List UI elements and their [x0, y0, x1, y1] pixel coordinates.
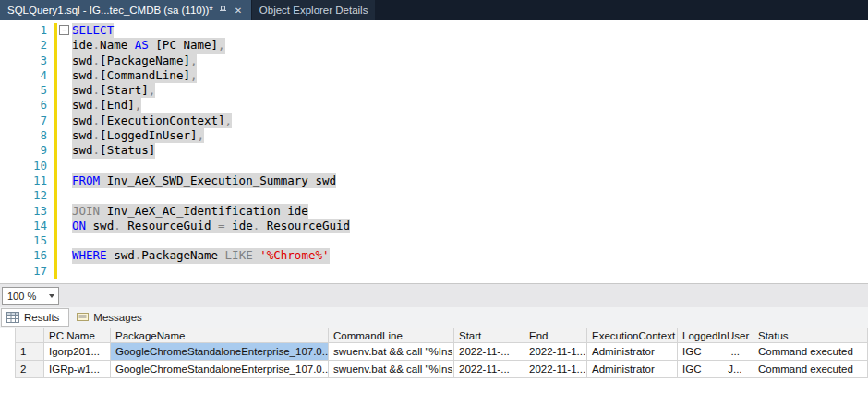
code-token: Inv_AeX_SWD_Execution_Summary swd [100, 173, 336, 187]
column-header[interactable]: PackageName [111, 328, 329, 343]
column-header[interactable]: CommandLine [329, 328, 454, 343]
code-token: swd [107, 248, 135, 262]
line-number: 13 [0, 204, 47, 219]
grid-cell[interactable]: 2022-11-1... [524, 343, 587, 361]
grid-corner-cell[interactable] [15, 328, 44, 343]
code-token: [Status] [100, 143, 155, 157]
code-line[interactable]: ON swd._ResourceGuid = ide._ResourceGuid [57, 219, 868, 233]
fold-margin [57, 143, 72, 158]
grid-cell[interactable]: IGC ... [678, 343, 753, 361]
grid-cell[interactable]: swuenv.bat && call "%Ins... [329, 361, 454, 378]
messages-icon [77, 312, 89, 323]
grid-cell[interactable]: 2022-11-... [454, 361, 524, 378]
column-header[interactable]: LoggedInUser [678, 328, 753, 343]
fold-collapse-icon[interactable]: − [57, 23, 72, 38]
code-line[interactable]: JOIN Inv_AeX_AC_Identification ide [57, 204, 868, 219]
code-line[interactable]: swd.[Start], [57, 83, 868, 98]
results-grid-icon [6, 312, 19, 323]
tab-messages[interactable]: Messages [72, 308, 151, 327]
code-token: Inv_AeX_AC_Identification ide [100, 204, 308, 218]
code-line[interactable] [57, 188, 868, 203]
code-line[interactable]: swd.[ExecutionContext], [57, 113, 868, 128]
code-token: swd [72, 83, 93, 97]
column-header[interactable]: Start [454, 328, 524, 343]
code-token: [Start] [100, 83, 149, 97]
code-token: . [93, 54, 101, 67]
line-number: 3 [0, 54, 47, 68]
line-number: 17 [0, 264, 47, 279]
code-token: [End] [100, 98, 135, 112]
code-token: , [190, 68, 198, 82]
fold-margin [57, 264, 72, 279]
fold-margin [57, 173, 72, 188]
pin-icon[interactable] [219, 6, 227, 16]
grid-cell[interactable]: GoogleChromeStandaloneEnterprise_107.0..… [111, 343, 329, 361]
code-line[interactable]: swd.[LoggedInUser], [57, 128, 868, 143]
grid-cell[interactable]: Command executed [753, 361, 868, 378]
grid-body: 1Igorp201...GoogleChromeStandaloneEnterp… [15, 343, 868, 378]
code-line[interactable]: WHERE swd.PackageName LIKE '%Chrome%' [57, 248, 868, 263]
line-number: 16 [0, 248, 47, 263]
grid-cell[interactable]: 2022-11-... [454, 343, 524, 361]
column-header[interactable]: PC Name [44, 328, 111, 343]
code-line[interactable] [57, 159, 868, 173]
zoom-selector[interactable]: 100 % [2, 287, 59, 305]
tab-label: Messages [93, 312, 141, 323]
grid-cell[interactable]: Igorp201... [44, 343, 111, 361]
code-line[interactable] [57, 233, 868, 248]
grid-cell[interactable]: GoogleChromeStandaloneEnterprise_107.0..… [111, 361, 329, 378]
fold-margin [57, 68, 72, 83]
tab-results[interactable]: Results [1, 308, 69, 327]
selected-text: ON swd._ResourceGuid = ide._ResourceGuid [72, 219, 350, 233]
code-line[interactable]: −SELECT [57, 23, 868, 38]
tab-title: SQLQuery1.sql - IG...tec_CMDB (sa (110))… [7, 5, 213, 16]
grid-cell[interactable]: 2022-11-1... [524, 361, 587, 378]
grid-cell[interactable]: swuenv.bat && call "%Ins... [329, 343, 454, 361]
row-header[interactable]: 2 [15, 361, 44, 378]
fold-margin [57, 113, 72, 128]
code-line[interactable]: FROM Inv_AeX_SWD_Execution_Summary swd [57, 173, 868, 188]
code-token: swd [72, 128, 93, 142]
selected-text: swd.[LoggedInUser], [72, 128, 204, 143]
tab-object-explorer-details[interactable]: Object Explorer Details [252, 0, 376, 20]
line-number: 11 [0, 173, 47, 188]
chevron-down-icon[interactable] [44, 288, 58, 304]
zoom-value: 100 % [3, 291, 44, 302]
code-line[interactable]: ide.Name AS [PC Name], [57, 38, 868, 53]
sql-editor[interactable]: 1234567891011121314151617 −SELECTide.Nam… [0, 20, 868, 283]
grid-cell[interactable]: Administrator [587, 343, 678, 361]
code-lines[interactable]: −SELECTide.Name AS [PC Name],swd.[Packag… [57, 23, 868, 283]
code-line[interactable]: swd.[End], [57, 98, 868, 113]
grid-cell[interactable]: IGRp-w1... [44, 361, 111, 378]
code-token: . [93, 38, 101, 52]
column-header[interactable]: End [524, 328, 587, 343]
selected-text: swd.[PackageName], [72, 54, 197, 68]
line-number: 15 [0, 233, 47, 248]
selected-text: swd.[Start], [72, 83, 155, 98]
column-header[interactable]: Status [753, 328, 868, 343]
code-token: swd [72, 143, 93, 157]
line-number: 9 [0, 143, 47, 158]
selected-text: swd.[ExecutionContext], [72, 113, 232, 128]
code-line[interactable]: swd.[Status] [57, 143, 868, 158]
line-number: 14 [0, 219, 47, 233]
line-number: 7 [0, 113, 47, 128]
code-token: . [93, 143, 101, 157]
grid-cell[interactable]: Administrator [587, 361, 678, 378]
fold-margin [57, 98, 72, 113]
code-line[interactable] [57, 264, 868, 279]
fold-margin [57, 54, 72, 68]
selected-text: JOIN Inv_AeX_AC_Identification ide [72, 204, 308, 219]
close-icon[interactable]: ✕ [233, 6, 244, 16]
column-header[interactable]: ExecutionContext [587, 328, 678, 343]
code-token: . [93, 83, 101, 97]
tab-sqlquery1[interactable]: SQLQuery1.sql - IG...tec_CMDB (sa (110))… [0, 0, 251, 20]
code-token: , [225, 113, 233, 127]
code-token: . [93, 128, 101, 142]
grid-cell[interactable]: Command executed [753, 343, 868, 361]
code-line[interactable]: swd.[CommandLine], [57, 68, 868, 83]
code-token: [PC Name] [149, 38, 218, 52]
grid-cell[interactable]: IGC J... [678, 361, 753, 378]
row-header[interactable]: 1 [15, 343, 44, 361]
code-line[interactable]: swd.[PackageName], [57, 54, 868, 68]
